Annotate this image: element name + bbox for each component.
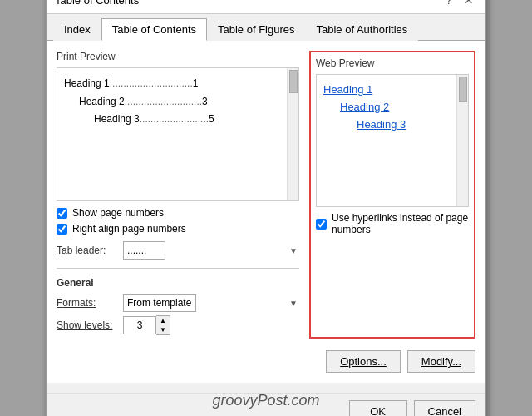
print-preview-label: Print Preview (57, 51, 299, 62)
tabs-bar: Index Table of Contents Table of Figures… (47, 14, 485, 41)
web-h2: Heading 2 (323, 99, 461, 116)
use-hyperlinks-label: Use hyperlinks instead of page numbers (316, 212, 469, 235)
print-h3-dots: ......................... (140, 113, 209, 125)
tab-leader-label: Tab leader: (57, 245, 123, 256)
modify-button[interactable]: Modify... (407, 350, 475, 373)
preview-columns: Print Preview Heading 1.................… (57, 51, 475, 339)
use-hyperlinks-text: Use hyperlinks instead of page numbers (332, 212, 469, 235)
tab-index[interactable]: Index (53, 18, 101, 41)
modify-underline: M (421, 355, 431, 368)
web-h3: Heading 3 (323, 116, 461, 134)
watermark: groovyPost.com (212, 392, 319, 409)
dialog-table-of-contents: Table of Contents ? ✕ Index Table of Con… (46, 0, 486, 416)
show-levels-label: Show levels: (57, 319, 123, 331)
use-hyperlinks-row: Use hyperlinks instead of page numbers (316, 212, 469, 235)
print-h3-page: 5 (209, 113, 214, 125)
show-levels-input[interactable] (123, 316, 156, 334)
web-preview-panel: Web Preview Heading 1 Heading 2 Heading … (309, 51, 475, 339)
title-bar-right: ? ✕ (441, 0, 477, 8)
action-buttons-row: Options... Modify... (57, 350, 475, 373)
dialog-content: Print Preview Heading 1.................… (47, 41, 485, 383)
right-align-row: Right align page numbers (57, 223, 299, 235)
web-preview-scrollbar[interactable] (456, 75, 468, 206)
web-preview-box: Heading 1 Heading 2 Heading 3 (316, 74, 469, 207)
right-align-checkbox[interactable] (57, 224, 67, 235)
formats-row: Formats: From template Classic Distincti… (57, 294, 299, 312)
show-page-numbers-checkbox[interactable] (57, 208, 67, 219)
print-h3: Heading 3.........................5 (94, 111, 278, 129)
tab-leader-arrow-icon: ▼ (289, 246, 298, 255)
web-preview-content: Heading 1 Heading 2 Heading 3 (317, 75, 468, 140)
title-bar-left: Table of Contents (55, 0, 139, 7)
cancel-button[interactable]: Cancel (414, 400, 475, 416)
show-levels-row: Show levels: ▲ ▼ (57, 315, 299, 335)
ok-button[interactable]: OK (349, 400, 407, 416)
formats-select[interactable]: From template Classic Distinctive Fancy … (123, 294, 196, 312)
tab-leader-select[interactable]: ....... ------ ______ (none) (123, 241, 165, 260)
formats-select-wrapper: From template Classic Distinctive Fancy … (123, 294, 299, 312)
print-h2-dots: ............................ (125, 96, 202, 107)
options-button[interactable]: Options... (326, 350, 401, 373)
formats-label: Formats: (57, 297, 123, 309)
print-preview-box: Heading 1..............................1… (57, 67, 299, 201)
title-bar: Table of Contents ? ✕ (47, 0, 485, 14)
dialog-title: Table of Contents (55, 0, 139, 7)
help-button[interactable]: ? (441, 0, 457, 8)
print-h2: Heading 2............................3 (79, 93, 278, 111)
print-h1-text: Heading 1 (64, 77, 110, 89)
print-h1: Heading 1..............................1 (64, 75, 278, 93)
close-button[interactable]: ✕ (461, 0, 477, 8)
web-h1: Heading 1 (323, 82, 461, 99)
general-section: General Formats: From template Classic D… (57, 277, 299, 335)
print-preview-scrollthumb (289, 70, 298, 93)
use-hyperlinks-checkbox[interactable] (316, 219, 327, 230)
options-underline: O (340, 355, 348, 368)
web-preview-scrollthumb (459, 77, 467, 102)
print-h2-page: 3 (202, 96, 208, 107)
web-h2-link[interactable]: Heading 2 (340, 101, 389, 113)
general-section-title: General (57, 277, 299, 289)
show-levels-increment[interactable]: ▲ (156, 316, 170, 325)
right-align-label: Right align page numbers (72, 223, 186, 235)
web-h3-link[interactable]: Heading 3 (357, 118, 406, 131)
print-h1-dots: .............................. (110, 77, 193, 89)
print-preview-panel: Print Preview Heading 1.................… (57, 51, 299, 339)
separator (57, 268, 299, 269)
print-h1-page: 1 (193, 77, 199, 89)
web-preview-label: Web Preview (316, 57, 469, 69)
show-page-numbers-label: Show page numbers (72, 207, 164, 219)
formats-arrow-icon: ▼ (289, 299, 298, 308)
print-h2-text: Heading 2 (79, 96, 125, 107)
show-levels-underline: S (57, 319, 63, 331)
show-page-numbers-row: Show page numbers (57, 207, 299, 219)
web-h1-link[interactable]: Heading 1 (323, 83, 372, 96)
show-levels-spinner: ▲ ▼ (123, 315, 170, 335)
tab-figures[interactable]: Table of Figures (207, 18, 306, 41)
print-preview-scrollbar[interactable] (287, 68, 298, 200)
tab-authorities[interactable]: Table of Authorities (306, 18, 419, 41)
print-h3-text: Heading 3 (94, 113, 140, 125)
tab-leader-row: Tab leader: ....... ------ ______ (none)… (57, 241, 299, 260)
tab-leader-select-wrapper: ....... ------ ______ (none) ▼ (123, 241, 299, 260)
show-levels-spinner-btns: ▲ ▼ (156, 315, 170, 335)
show-levels-decrement[interactable]: ▼ (156, 325, 170, 334)
tab-toc[interactable]: Table of Contents (101, 18, 207, 41)
